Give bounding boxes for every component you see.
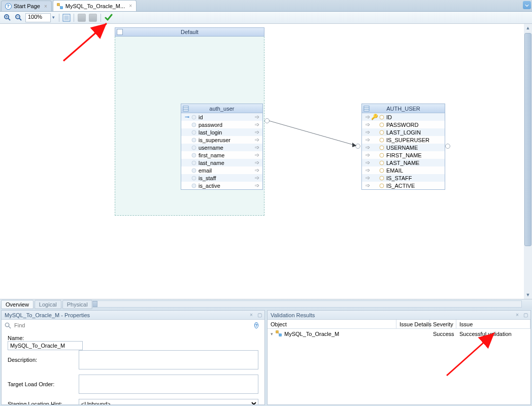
column-row[interactable]: is_active➩: [181, 182, 262, 189]
scroll-thumb[interactable]: [92, 301, 97, 307]
column-type-icon: [190, 160, 197, 165]
zoom-in-button[interactable]: [3, 13, 12, 22]
validation-columns: Object Issue Details Severity Issue: [268, 320, 530, 329]
minimize-icon[interactable]: ×: [248, 312, 254, 318]
svg-point-29: [380, 123, 384, 127]
column-row[interactable]: is_superuser➩: [181, 136, 262, 144]
prop-row-staging-location: Staging Location Hint: <Unbound>: [8, 399, 258, 404]
table-header[interactable]: AUTH_USER: [362, 104, 445, 113]
target-table[interactable]: AUTH_USER ➩🔑ID ➩PASSWORD ➩LAST_LOGIN ➩IS…: [361, 104, 445, 190]
prop-row-description: Description:: [8, 350, 258, 369]
zoom-out-button[interactable]: [14, 13, 23, 22]
vertical-scrollbar[interactable]: ▲ ▼: [524, 24, 532, 299]
output-port[interactable]: [445, 144, 450, 149]
separator: [101, 14, 101, 22]
column-row[interactable]: email➩: [181, 166, 262, 174]
svg-rect-1: [60, 6, 62, 8]
table-header[interactable]: auth_user: [181, 104, 262, 113]
col-issue[interactable]: Issue: [456, 320, 530, 328]
tab-label: Start Page: [14, 3, 40, 9]
fit-button[interactable]: [62, 14, 71, 22]
view-tab-logical[interactable]: Logical: [35, 300, 61, 309]
column-row[interactable]: last_name➩: [181, 159, 262, 166]
output-arrow-icon: ➩: [253, 137, 260, 143]
column-name: LAST_LOGIN: [385, 129, 443, 136]
name-field[interactable]: [8, 341, 83, 350]
input-arrow-icon: ➩: [364, 152, 371, 158]
svg-point-28: [380, 115, 384, 119]
output-arrow-icon: ➩: [253, 114, 260, 120]
target-load-order-field[interactable]: [79, 375, 258, 394]
scroll-up-arrow-icon[interactable]: ▲: [524, 24, 532, 32]
source-table[interactable]: auth_user ⊸id➩ password➩ last_login➩ is_…: [181, 104, 263, 190]
restore-icon[interactable]: ▢: [522, 312, 528, 318]
column-row[interactable]: ➩EMAIL: [362, 166, 445, 174]
view-tab-physical[interactable]: Physical: [62, 300, 92, 309]
ungroup-button[interactable]: [88, 13, 97, 22]
column-row[interactable]: ➩IS_ACTIVE: [362, 182, 445, 189]
column-row[interactable]: ➩LAST_LOGIN: [362, 128, 445, 136]
scroll-down-arrow-icon[interactable]: ▼: [524, 291, 532, 299]
tab-mapping[interactable]: MySQL_To_Oracle_M... ×: [53, 0, 137, 11]
column-row[interactable]: ⊸id➩: [181, 113, 262, 121]
view-tab-overview[interactable]: Overview: [1, 300, 34, 309]
key-icon: 🔑: [371, 114, 378, 120]
staging-location-select[interactable]: <Unbound>: [79, 399, 258, 404]
chevron-down-icon[interactable]: ▼: [51, 15, 56, 20]
col-details[interactable]: Issue Details: [396, 320, 430, 328]
column-row[interactable]: username➩: [181, 144, 262, 151]
minimize-icon[interactable]: ×: [514, 312, 520, 318]
mapping-canvas[interactable]: Default auth_user ⊸id➩ password➩ last_lo…: [0, 24, 524, 299]
col-object[interactable]: Object: [268, 320, 396, 328]
output-arrow-icon: ➩: [253, 144, 260, 151]
restore-icon[interactable]: ▢: [256, 312, 262, 318]
column-type-icon: [190, 183, 197, 188]
close-icon[interactable]: ×: [44, 4, 47, 9]
column-row[interactable]: ➩🔑ID: [362, 113, 445, 121]
separator: [74, 14, 74, 22]
svg-line-38: [269, 121, 356, 146]
svg-point-37: [380, 184, 384, 188]
input-port[interactable]: [355, 144, 360, 149]
horizontal-scrollbar[interactable]: [91, 300, 522, 308]
maximize-button[interactable]: [523, 1, 531, 9]
column-row[interactable]: ➩USERNAME: [362, 144, 445, 151]
table-name: auth_user: [210, 106, 235, 112]
find-input[interactable]: [14, 322, 251, 328]
column-type-icon: [378, 138, 385, 143]
input-arrow-icon: ➩: [364, 121, 371, 128]
column-row[interactable]: ➩PASSWORD: [362, 121, 445, 128]
mapping-icon: [275, 330, 282, 338]
zoom-select[interactable]: 100%: [25, 13, 51, 22]
column-row[interactable]: ➩IS_STAFF: [362, 174, 445, 182]
tree-toggle-icon[interactable]: ▾: [271, 331, 273, 336]
region-header[interactable]: Default: [115, 27, 264, 37]
column-row[interactable]: first_name➩: [181, 151, 262, 159]
svg-point-40: [5, 323, 9, 326]
column-row[interactable]: ➩LAST_NAME: [362, 159, 445, 166]
column-row[interactable]: ➩IS_SUPERUSER: [362, 136, 445, 144]
help-icon[interactable]: ?: [254, 322, 261, 329]
column-row[interactable]: last_login➩: [181, 128, 262, 136]
input-arrow-icon: ➩: [364, 167, 371, 174]
group-button[interactable]: [77, 13, 86, 22]
col-severity[interactable]: Severity: [430, 320, 456, 328]
column-row[interactable]: password➩: [181, 121, 262, 128]
output-port[interactable]: [264, 118, 270, 123]
column-name: IS_STAFF: [385, 175, 443, 181]
svg-line-2: [59, 6, 60, 7]
tab-start-page[interactable]: ? Start Page ×: [1, 1, 52, 11]
column-row[interactable]: is_staff➩: [181, 174, 262, 182]
column-type-icon: [378, 115, 385, 120]
description-field[interactable]: [79, 350, 258, 369]
output-arrow-icon: ➩: [253, 167, 260, 174]
validate-button[interactable]: [104, 13, 113, 22]
scroll-thumb[interactable]: [524, 33, 531, 246]
column-type-icon: [190, 115, 197, 120]
close-icon[interactable]: ×: [129, 3, 132, 9]
output-arrow-icon: ➩: [253, 175, 260, 181]
validation-row[interactable]: ▾ MySQL_To_Oracle_M Success Successful v…: [268, 329, 530, 339]
svg-rect-0: [57, 3, 59, 5]
column-row[interactable]: ➩FIRST_NAME: [362, 151, 445, 159]
canvas-toolbar: 100% ▼: [0, 12, 532, 24]
